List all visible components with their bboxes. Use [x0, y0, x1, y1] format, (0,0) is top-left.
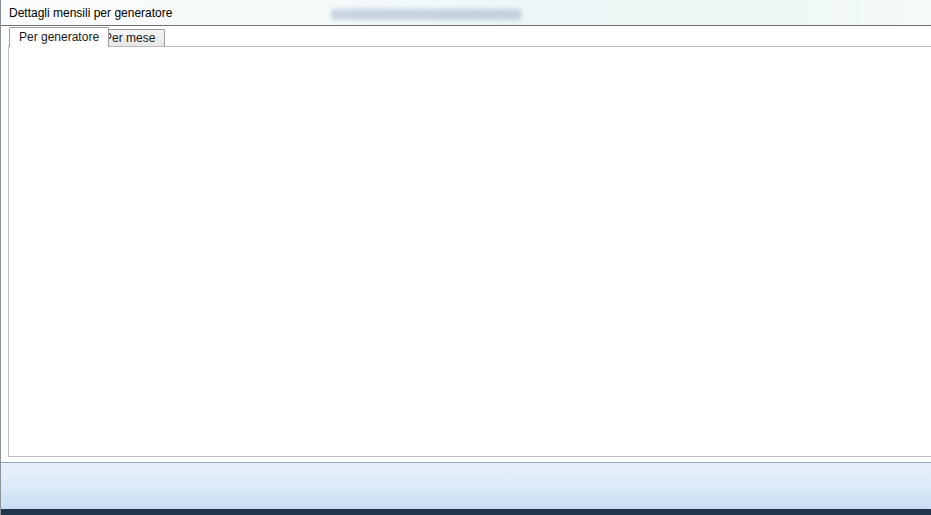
tab-per-mese-label: Per mese — [104, 31, 155, 45]
dialog-window: Dettagli mensili per generatore Per gene… — [0, 0, 931, 515]
tab-page-per-generatore — [8, 46, 931, 457]
background-window-artifact — [331, 9, 521, 20]
window-bottom-border — [1, 509, 931, 515]
tab-per-generatore[interactable]: Per generatore — [9, 27, 109, 47]
window-title: Dettagli mensili per generatore — [9, 6, 172, 20]
header-separator — [1, 25, 931, 26]
tab-per-generatore-label: Per generatore — [19, 30, 99, 44]
bottom-panel — [1, 463, 931, 509]
